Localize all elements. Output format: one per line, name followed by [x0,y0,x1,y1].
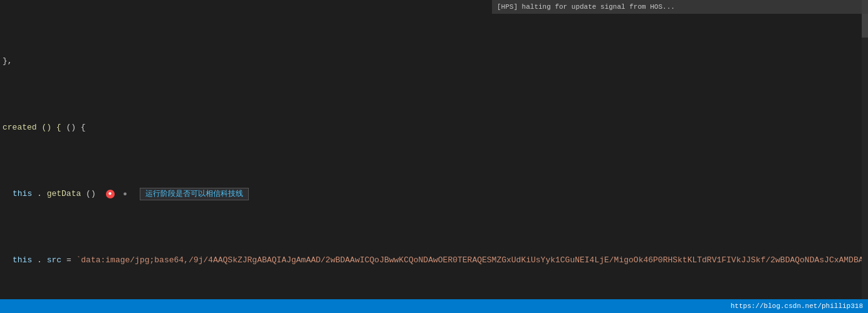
brace-close: }, [3,56,13,66]
status-bar-url: https://blog.csdn.net/phillip318 [731,302,863,310]
line-getdata: this . getData () ● ● 运行阶段是否可以相信科技线 [0,187,868,202]
line-created: created () { () { [0,121,868,135]
this-keyword: this [13,189,32,198]
getdata-method: getData [47,189,81,198]
line-1-content: }, [0,55,868,68]
tooltip: 运行阶段是否可以相信科技线 [140,188,249,200]
line-src-content: this . src = `data:image/jpg;base64,/9j/… [0,254,868,267]
error-indicator: ● [106,189,122,198]
src-prop: src [47,255,61,265]
dot-getdata: . [37,189,42,198]
hint-text: ● [123,190,127,198]
line-created-content: created () { () { [0,121,868,135]
top-info-bar: [HPS] halting for update signal from HOS… [492,0,868,14]
keyword-created: created () { [3,123,61,132]
equals: = [66,255,76,265]
editor-area: [HPS] halting for update signal from HOS… [0,0,868,313]
error-dot-icon: ● [106,190,115,198]
created-parens: () { [66,123,85,132]
dot-src: . [37,255,42,265]
top-bar-text: [HPS] halting for update signal from HOS… [497,3,675,11]
this-src: this [13,255,32,265]
line-getdata-content: this . getData () ● ● 运行阶段是否可以相信科技线 [0,188,868,201]
backtick-open: `data:image/jpg;base64,/9j/4AAQSkZJRgABA… [76,255,868,265]
line-1: }, [0,54,868,69]
scrollbar[interactable] [862,0,868,299]
status-bar: https://blog.csdn.net/phillip318 [0,299,868,313]
getdata-parens: () [86,189,96,198]
code-content: }, created () { () { this . getData () ●… [0,0,868,313]
line-src-assign: this . src = `data:image/jpg;base64,/9j/… [0,254,868,268]
